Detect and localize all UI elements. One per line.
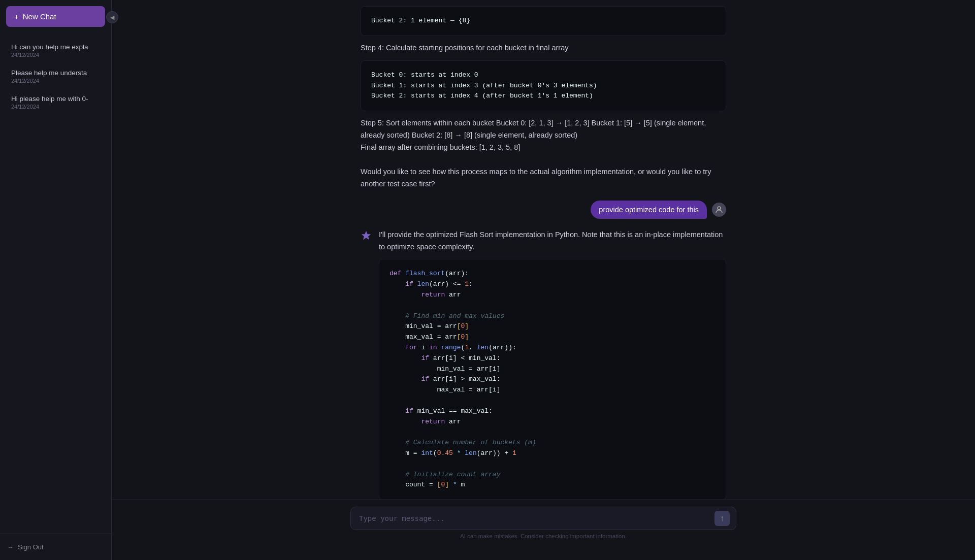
avatar bbox=[712, 203, 726, 217]
bucket2-code-block: Bucket 2: 1 element — {8} bbox=[361, 6, 726, 36]
comment-buckets-m: # Calculate number of buckets (m) bbox=[405, 439, 536, 446]
sidebar-chat-item-1[interactable]: Please help me understa 24/12/2024 bbox=[4, 64, 107, 89]
ai-code-response: I'll provide the optimized Flash Sort im… bbox=[379, 229, 726, 499]
bucket-pos-line-2: Bucket 2: starts at index 4 (after bucke… bbox=[371, 92, 593, 100]
fn-len-3: len bbox=[465, 449, 476, 457]
ai-row: I'll provide the optimized Flash Sort im… bbox=[361, 229, 726, 499]
chat-history: Hi can you help me expla 24/12/2024 Plea… bbox=[0, 33, 111, 534]
fn-len-2: len bbox=[477, 344, 489, 351]
disclaimer-text: AI can make mistakes. Consider checking … bbox=[122, 530, 965, 541]
plus-icon: + bbox=[14, 12, 19, 21]
ai-message-top: Bucket 2: 1 element — {8} Step 4: Calcul… bbox=[350, 6, 736, 190]
sign-out-icon: → bbox=[7, 543, 14, 551]
chat-item-date: 24/12/2024 bbox=[11, 78, 100, 84]
code-var-1: (arr) <= bbox=[429, 280, 465, 288]
kw-return-2: return bbox=[421, 418, 445, 425]
send-button[interactable]: ↑ bbox=[714, 511, 730, 526]
m-open: ( bbox=[433, 449, 437, 457]
step5-text: Step 5: Sort elements within each bucket… bbox=[361, 117, 726, 142]
chat-item-title: Please help me understa bbox=[11, 69, 100, 77]
var-arri-gt: arr[i] > max_val: bbox=[433, 375, 501, 383]
bucket-pos-line-1: Bucket 1: starts at index 3 (after bucke… bbox=[371, 82, 597, 89]
ai-response-text: I'll provide the optimized Flash Sort im… bbox=[379, 229, 726, 253]
sign-out-label: Sign Out bbox=[18, 543, 44, 551]
op-mul: * bbox=[457, 449, 461, 457]
var-m-assign: m = bbox=[405, 449, 421, 457]
var-arr-2: arr bbox=[449, 418, 461, 425]
m-rest: (arr)) + bbox=[477, 449, 512, 457]
collapse-sidebar-button[interactable]: ◀ bbox=[106, 11, 118, 23]
range-arr: (arr)): bbox=[489, 344, 516, 351]
ai-response-wrapper: I'll provide the optimized Flash Sort im… bbox=[350, 229, 736, 499]
final-array-text: Final array after combining buckets: [1,… bbox=[361, 142, 726, 154]
chat-scroll-area: Bucket 2: 1 element — {8} Step 4: Calcul… bbox=[112, 0, 975, 499]
var-m-end: m bbox=[461, 481, 465, 488]
ai-message-step4: Bucket 2: 1 element — {8} Step 4: Calcul… bbox=[361, 6, 726, 190]
fn-int: int bbox=[421, 449, 433, 457]
chat-item-date: 24/12/2024 bbox=[11, 52, 100, 58]
kw-def: def bbox=[389, 270, 401, 277]
input-row: ↑ bbox=[350, 507, 736, 530]
kw-if-1: if bbox=[405, 280, 413, 288]
op-mul-2: * bbox=[453, 481, 457, 488]
user-message-wrapper: provide optimized code for this bbox=[350, 201, 736, 219]
send-icon: ↑ bbox=[720, 514, 724, 523]
fn-params: (arr): bbox=[445, 270, 469, 277]
var-arri-lt: arr[i] < min_val: bbox=[433, 354, 501, 362]
sidebar: + New Chat Hi can you help me expla 24/1… bbox=[0, 0, 112, 560]
kw-if-2: if bbox=[421, 354, 429, 362]
flash-sort-code-block: def flash_sort(arr): if len(arr) <= 1: r… bbox=[379, 259, 726, 499]
sign-out-button[interactable]: → Sign Out bbox=[7, 541, 44, 553]
main-content: Bucket 2: 1 element — {8} Step 4: Calcul… bbox=[112, 0, 975, 560]
bracket-3: ] bbox=[465, 333, 469, 341]
kw-if-4: if bbox=[405, 407, 413, 415]
var-arr-1: arr bbox=[449, 291, 461, 299]
ai-content-step4: Bucket 2: 1 element — {8} Step 4: Calcul… bbox=[361, 6, 726, 190]
bracket-5: ] bbox=[445, 481, 449, 488]
step4-text: Step 4: Calculate starting positions for… bbox=[361, 42, 726, 54]
var-min-update: min_val = arr[i] bbox=[437, 365, 501, 373]
range-sep: , bbox=[469, 344, 477, 351]
bucket-pos-line-0: Bucket 0: starts at index 0 bbox=[371, 71, 478, 79]
fn-range: range bbox=[441, 344, 461, 351]
num-045: 0.45 bbox=[437, 449, 453, 457]
num-1-2: 1 bbox=[465, 344, 469, 351]
input-bar: ↑ AI can make mistakes. Consider checkin… bbox=[112, 499, 975, 548]
kw-in: in bbox=[429, 344, 437, 351]
bucket-positions-code-block: Bucket 0: starts at index 0 Bucket 1: st… bbox=[361, 60, 726, 111]
comment-init-count: # Initialize count array bbox=[405, 471, 500, 478]
svg-marker-1 bbox=[362, 230, 371, 239]
svg-point-0 bbox=[718, 207, 721, 210]
bracket-1: ] bbox=[465, 322, 469, 330]
question-text: Would you like to see how this process m… bbox=[361, 166, 726, 190]
var-count-assign: count = bbox=[405, 481, 437, 488]
kw-return-1: return bbox=[421, 291, 445, 299]
chat-item-date: 24/12/2024 bbox=[11, 104, 100, 110]
var-min-assign: min_val = arr bbox=[405, 322, 457, 330]
var-max-assign: max_val = arr bbox=[405, 333, 457, 341]
sidebar-chat-item-2[interactable]: Hi please help me with 0- 24/12/2024 bbox=[4, 90, 107, 115]
comment-find-minmax: # Find min and max values bbox=[405, 312, 504, 320]
collapse-icon: ◀ bbox=[110, 14, 114, 21]
new-chat-label: New Chat bbox=[23, 12, 56, 21]
message-input[interactable] bbox=[357, 509, 714, 528]
var-min-eq-max: min_val == max_val: bbox=[417, 407, 493, 415]
fn-len-1: len bbox=[417, 280, 429, 288]
colon-1: : bbox=[469, 280, 473, 288]
chat-item-title: Hi can you help me expla bbox=[11, 43, 100, 51]
fn-flash-sort: flash_sort bbox=[405, 270, 445, 277]
kw-for: for bbox=[405, 344, 417, 351]
num-1-3: 1 bbox=[512, 449, 516, 457]
bucket2-line: Bucket 2: 1 element — {8} bbox=[371, 17, 470, 24]
sidebar-bottom: → Sign Out bbox=[0, 534, 111, 560]
user-bubble: provide optimized code for this bbox=[591, 201, 707, 219]
ai-logo-icon bbox=[361, 229, 374, 242]
num-1: 1 bbox=[465, 280, 469, 288]
var-i: i bbox=[421, 344, 429, 351]
chat-item-title: Hi please help me with 0- bbox=[11, 95, 100, 103]
sidebar-chat-item-0[interactable]: Hi can you help me expla 24/12/2024 bbox=[4, 38, 107, 63]
var-max-update: max_val = arr[i] bbox=[437, 386, 501, 393]
ai-code-content: I'll provide the optimized Flash Sort im… bbox=[379, 229, 726, 499]
new-chat-button[interactable]: + New Chat bbox=[6, 6, 105, 27]
kw-if-3: if bbox=[421, 375, 429, 383]
